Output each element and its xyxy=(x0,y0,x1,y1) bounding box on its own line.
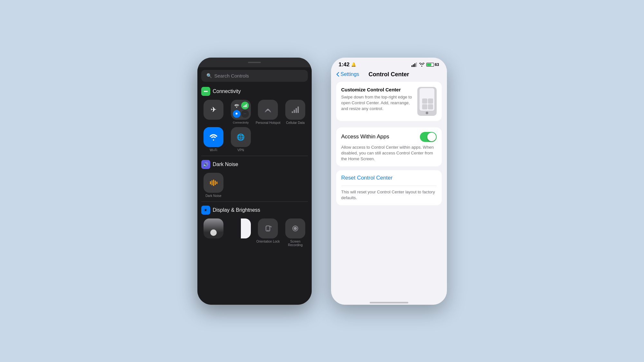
svg-rect-12 xyxy=(210,181,211,184)
svg-point-2 xyxy=(206,91,208,92)
connectivity-cluster[interactable]: ✹ ⋯ Connectivity xyxy=(228,100,253,125)
reset-note: This will reset your Control Center layo… xyxy=(341,186,437,205)
wifi-status-icon xyxy=(419,63,424,67)
access-row: Access Within Apps xyxy=(341,132,437,142)
phone-thumb-screen xyxy=(420,88,434,111)
svg-rect-6 xyxy=(246,104,247,107)
airdrop-sub-icon: ⋯ xyxy=(241,110,249,118)
connectivity-header: Connectivity xyxy=(201,87,308,96)
dark-noise-ctrl-label: Dark Noise xyxy=(205,194,221,198)
home-indicator xyxy=(331,302,447,305)
thumb-ctrl-4 xyxy=(428,104,433,109)
nav-title: Control Center xyxy=(369,71,409,78)
customize-text: Customize Control Center Swipe down from… xyxy=(341,87,413,112)
brightness-icon xyxy=(204,218,223,238)
battery-icon xyxy=(426,63,434,67)
bluetooth-control-placeholder xyxy=(256,127,280,152)
svg-rect-3 xyxy=(243,106,244,107)
phone-thumb-button xyxy=(426,112,428,114)
vpn-label: VPN xyxy=(237,148,244,152)
svg-rect-16 xyxy=(216,181,217,184)
dark-noise-label: Dark Noise xyxy=(213,162,238,167)
cellular-data-icon xyxy=(285,100,305,120)
svg-rect-22 xyxy=(412,65,412,67)
cellular-sub-icon xyxy=(241,102,249,109)
battery-status: 63 xyxy=(426,62,439,67)
search-icon: 🔍 xyxy=(206,73,212,78)
cellular-data-label: Cellular Data xyxy=(286,121,305,125)
svg-rect-9 xyxy=(294,110,295,113)
personal-hotspot-label: Personal Hotspot xyxy=(256,121,280,125)
wifi-control[interactable]: Wi-Fi xyxy=(201,127,226,152)
controls-grid-1: ✈ xyxy=(201,100,308,125)
orientation-lock-control[interactable]: Orientation Lock xyxy=(256,218,280,247)
phone-content: 🔍 Search Controls Connectivity xyxy=(197,67,312,305)
alarm-icon: 🔔 xyxy=(351,62,356,67)
access-within-apps-row: Access Within Apps Allow access to Contr… xyxy=(336,127,442,167)
airplane-control[interactable]: ✈ xyxy=(201,100,226,125)
reset-section: Reset Control Center This will reset you… xyxy=(336,170,442,205)
connectivity-section-icon xyxy=(201,87,210,96)
wifi-label: Wi-Fi xyxy=(210,148,217,152)
back-label: Settings xyxy=(341,71,359,77)
svg-point-21 xyxy=(294,227,297,230)
toggle-knob xyxy=(427,133,436,141)
svg-rect-15 xyxy=(215,181,216,185)
airplane-icon: ✈ xyxy=(204,100,223,120)
phone-top-bar xyxy=(197,58,312,67)
thumb-ctrl-3 xyxy=(422,104,427,109)
connectivity-label: Connectivity xyxy=(213,88,241,94)
svg-rect-8 xyxy=(292,111,293,113)
svg-rect-11 xyxy=(298,107,299,113)
screen-recording-control[interactable]: Screen Recording xyxy=(283,218,308,247)
home-bar xyxy=(370,302,408,303)
controls-grid-2: Wi-Fi 🌐 VPN xyxy=(201,127,308,152)
dark-noise-header: 🔊 Dark Noise xyxy=(201,160,308,169)
brightness-control[interactable] xyxy=(201,218,226,247)
phone-notch xyxy=(248,62,261,63)
reset-control-center-button[interactable]: Reset Control Center xyxy=(341,170,437,186)
main-container: 🔍 Search Controls Connectivity xyxy=(197,58,447,305)
access-description: Allow access to Control Center within ap… xyxy=(341,144,437,162)
svg-point-1 xyxy=(205,91,206,92)
display-label: Display & Brightness xyxy=(213,207,260,213)
screen-recording-icon xyxy=(285,218,305,238)
personal-hotspot-control[interactable]: Personal Hotspot xyxy=(256,100,280,125)
thumb-ctrl-1 xyxy=(422,98,427,104)
vpn-control[interactable]: 🌐 VPN xyxy=(228,127,253,152)
svg-rect-10 xyxy=(296,108,297,113)
cellular-data-control[interactable]: Cellular Data xyxy=(283,100,308,125)
svg-point-18 xyxy=(268,230,269,231)
svg-rect-24 xyxy=(414,63,415,67)
status-bar: 1:42 🔔 63 xyxy=(331,58,447,70)
svg-rect-13 xyxy=(212,180,213,185)
wifi-sub-icon xyxy=(233,102,241,109)
thumb-ctrl-2 xyxy=(428,98,433,104)
display-header: ☀ Display & Brightness xyxy=(201,206,308,215)
cluster-icon: ✹ ⋯ xyxy=(231,100,251,120)
svg-rect-25 xyxy=(416,62,417,67)
dark-noise-control[interactable]: Dark Noise xyxy=(201,173,226,198)
wifi-icon xyxy=(204,127,223,147)
back-button[interactable]: Settings xyxy=(336,71,359,77)
divider-1 xyxy=(201,156,308,156)
blank-placeholder xyxy=(283,127,308,152)
customize-card: Customize Control Center Swipe down from… xyxy=(336,82,442,121)
dark-mode-icon xyxy=(231,218,251,238)
access-toggle[interactable] xyxy=(420,132,437,142)
svg-rect-4 xyxy=(244,105,245,107)
vpn-icon: 🌐 xyxy=(231,127,251,147)
dark-mode-control[interactable] xyxy=(228,218,253,247)
nav-header: Settings Control Center xyxy=(331,70,447,82)
dark-noise-section-icon: 🔊 xyxy=(201,160,210,169)
customize-description: Swipe down from the top-right edge to op… xyxy=(341,94,413,112)
orientation-lock-label: Orientation Lock xyxy=(256,240,280,243)
phone-panel: 🔍 Search Controls Connectivity xyxy=(197,58,312,305)
access-label: Access Within Apps xyxy=(341,134,389,140)
divider-2 xyxy=(201,201,308,202)
bluetooth-sub-icon: ✹ xyxy=(233,110,241,118)
orientation-lock-icon xyxy=(258,218,278,238)
svg-rect-23 xyxy=(413,64,414,67)
personal-hotspot-icon xyxy=(258,100,278,120)
search-bar[interactable]: 🔍 Search Controls xyxy=(201,70,308,82)
